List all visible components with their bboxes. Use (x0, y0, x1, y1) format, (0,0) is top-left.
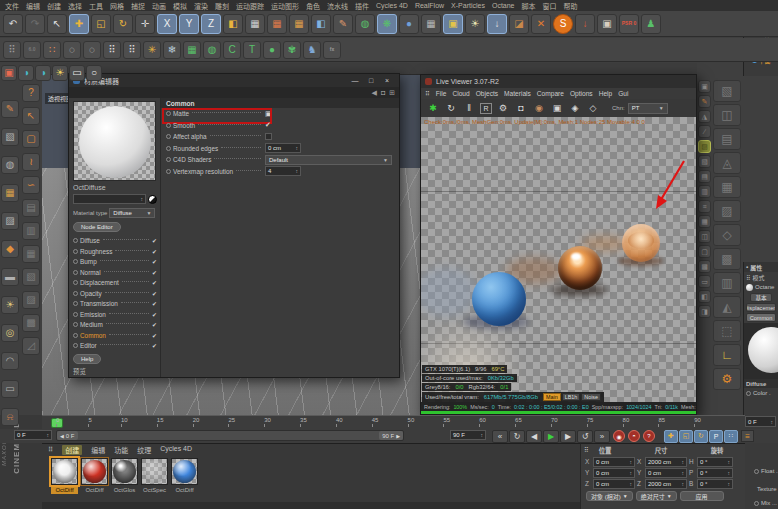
render-camera-icon[interactable]: ▣ (1, 65, 17, 81)
goto-end-button[interactable]: » (594, 430, 610, 443)
key-rotation-button[interactable]: ↻ (694, 430, 708, 443)
autokey-button[interactable]: ◓ (628, 430, 640, 442)
target-light-icon[interactable]: ◎ (1, 324, 19, 342)
polygon-mode-icon[interactable]: ◌ (83, 41, 101, 59)
record-keyframe-button[interactable]: ◉ (613, 430, 625, 442)
lock-resolution-icon[interactable]: ◘ (514, 101, 528, 115)
rotate-tool-icon[interactable]: ↻ (113, 14, 133, 34)
apply-button[interactable]: 应用 (680, 491, 724, 501)
circle-icon[interactable]: ○ (86, 65, 102, 81)
menu-item[interactable]: 选择 (68, 1, 82, 11)
key-parameter-button[interactable]: P (709, 430, 723, 443)
dot-grid-2-icon[interactable]: ⠿ (123, 41, 141, 59)
menu-item[interactable]: 编辑 (91, 445, 105, 455)
bend-icon[interactable]: ▦ (713, 176, 741, 198)
menu-item[interactable]: RealFlow (415, 2, 444, 9)
current-frame-spinner[interactable]: 0 F↕ (14, 430, 52, 440)
card-icon[interactable]: ▭ (69, 65, 85, 81)
floor-icon[interactable]: ▬ (1, 268, 19, 286)
menu-item[interactable]: 帮助 (564, 1, 578, 11)
menu-item[interactable]: Materials (504, 90, 531, 97)
split-icon[interactable]: ◫ (698, 230, 711, 243)
menu-item[interactable]: 网格 (110, 1, 124, 11)
fill-icon[interactable]: ▩ (698, 260, 711, 273)
channel-check-icon[interactable]: ✔ (152, 311, 157, 318)
channel-row[interactable]: Opacity ✔ (73, 289, 157, 299)
channel-check-icon[interactable]: ✔ (152, 279, 157, 286)
mirror-icon[interactable]: ◮ (698, 110, 711, 123)
loop-button[interactable]: ↺ (577, 430, 593, 443)
picture-viewer-icon[interactable]: ▣ (597, 14, 617, 34)
octane-logo-icon[interactable]: S (553, 14, 573, 34)
workplane-icon[interactable]: ❄ (163, 41, 181, 59)
bar-icon[interactable]: ▭ (698, 275, 711, 288)
redo-icon[interactable]: ↷ (25, 14, 45, 34)
rotation-field[interactable]: 0 °↕ (697, 457, 733, 467)
sun-icon[interactable]: ☀ (52, 65, 68, 81)
menu-item[interactable]: Compare (537, 90, 564, 97)
property-row[interactable]: Matte ▣ ✔ ↕ ▼ (161, 108, 399, 120)
play-backwards-button[interactable]: ↻ (509, 430, 525, 443)
keyframe-options-button[interactable]: ? (643, 430, 655, 442)
size-mode-select[interactable]: 绝对尺寸▼ (636, 491, 677, 501)
live-selection-icon[interactable]: ↖ (47, 14, 67, 34)
material-editor-titlebar[interactable]: 材质编辑器 — □ × (69, 74, 399, 87)
range-start-handle[interactable]: ◀0 F (57, 431, 78, 440)
property-row[interactable]: C4D Shaders ▣ ✔ Default↕ Default▼ (161, 154, 399, 166)
render-settings-icon[interactable]: ▦ (289, 14, 309, 34)
channel-select[interactable]: PT▼ (628, 103, 668, 114)
view-toggle-a-icon[interactable]: ◑ (18, 65, 34, 81)
magnet-icon[interactable]: ▨ (698, 140, 711, 153)
help-cursor-icon[interactable]: ? (22, 84, 40, 102)
color-row[interactable]: Color . (744, 388, 778, 398)
key-position-button[interactable]: ✚ (664, 430, 678, 443)
attributes-material-row[interactable]: Octane (744, 282, 778, 292)
grid-icon[interactable]: ▤ (698, 170, 711, 183)
primitive-cube-icon[interactable]: ◧ (311, 14, 331, 34)
platonic-icon[interactable]: ◆ (1, 240, 19, 258)
add-cube-icon[interactable]: ▣ (698, 80, 711, 93)
channel-row[interactable]: Diffuse ✔ (73, 236, 157, 246)
attribute-tab[interactable]: Common (746, 313, 776, 322)
pin-icon[interactable]: ⊞ (389, 89, 395, 97)
cursor-icon[interactable]: ↖ (22, 107, 40, 125)
position-field[interactable]: 0 cm↕ (593, 457, 635, 467)
octane-download-icon[interactable]: ↓ (575, 14, 595, 34)
menu-item[interactable]: 工具 (89, 1, 103, 11)
menu-item[interactable]: 功能 (114, 445, 128, 455)
channel-row[interactable]: Displacement ✔ (73, 278, 157, 288)
property-row[interactable]: Rounded edges ▣ ✔ 0 cm↕ 0 cm▼ (161, 143, 399, 155)
next-frame-button[interactable]: ▶ (560, 430, 576, 443)
text-tool-icon[interactable]: T (243, 41, 261, 59)
menu-item[interactable]: 创建 (47, 1, 61, 11)
close-button[interactable]: × (379, 75, 395, 87)
material-swatch[interactable]: OctDiff (81, 458, 108, 494)
cube-primitive-icon[interactable]: ▧ (1, 128, 19, 146)
channel-row[interactable]: Common ✔ (73, 331, 157, 341)
timeline-list-button[interactable]: ≡ (741, 430, 754, 442)
dot-grid-icon[interactable]: ⠿ (103, 41, 121, 59)
stack-icon[interactable]: ≡ (698, 200, 711, 213)
maximize-button[interactable]: □ (363, 75, 379, 87)
subdivision-surface-icon[interactable]: ◍ (355, 14, 375, 34)
knife-icon[interactable]: ∕ (698, 125, 711, 138)
octane-render-icon[interactable]: ✱ (426, 101, 440, 115)
point-cloud-icon[interactable]: ◍ (1, 156, 19, 174)
material-ball-icon[interactable]: ◉ (532, 101, 546, 115)
joint-icon[interactable]: ♞ (303, 41, 321, 59)
pen-icon[interactable]: ✎ (1, 100, 19, 118)
plane-icon[interactable]: ▦ (421, 14, 441, 34)
channel-row[interactable]: Bump ✔ (73, 257, 157, 267)
stage-object-icon[interactable]: ▭ (1, 380, 19, 398)
lamp-icon[interactable]: ⍾ (1, 408, 19, 426)
z-lock-icon[interactable]: Z (201, 14, 221, 34)
loft-icon[interactable]: ▤ (713, 128, 741, 150)
back-arrow-icon[interactable]: ◀ (372, 89, 377, 97)
menu-item[interactable]: 创建 (62, 445, 82, 455)
picker-focus-icon[interactable]: ◈ (568, 101, 582, 115)
menu-item[interactable]: Gui (618, 90, 628, 97)
pause-render-icon[interactable]: ‖ (462, 101, 476, 115)
honeycomb-icon[interactable]: ▦ (1, 184, 19, 202)
mograph-icon[interactable]: ❋ (377, 14, 397, 34)
menu-item[interactable]: 运动跟踪 (236, 1, 264, 11)
